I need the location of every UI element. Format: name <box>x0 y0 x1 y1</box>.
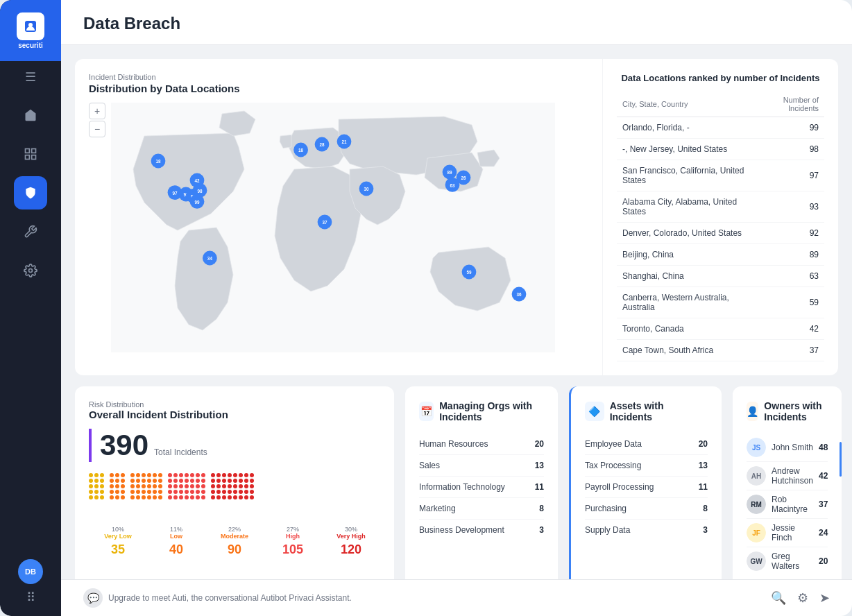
grid-dots-icon[interactable]: ⠿ <box>26 590 35 605</box>
owners-card-header: 👤 Owners with Incidents <box>747 400 828 422</box>
sidebar-item-home[interactable] <box>14 99 47 132</box>
list-item: Information Technology11 <box>419 477 544 498</box>
dot <box>173 484 178 488</box>
orgs-list: Human Resources20Sales13Information Tech… <box>419 434 544 540</box>
dot <box>233 495 237 499</box>
count-cell: 59 <box>753 287 824 318</box>
dot <box>173 473 178 477</box>
data-locations-section: Data Locations ranked by number of Incid… <box>602 59 838 375</box>
dot <box>110 473 114 477</box>
world-map-svg: 18 42 97 92 93 <box>89 103 577 352</box>
user-avatar[interactable]: DB <box>18 559 43 584</box>
risk-pct: 22% <box>205 526 264 533</box>
page-title: Data Breach <box>83 14 830 33</box>
total-label: Total Incidents <box>154 447 207 457</box>
scroll-indicator <box>840 442 842 477</box>
dot <box>216 495 221 499</box>
svg-rect-2 <box>26 149 30 153</box>
dot <box>136 495 140 499</box>
dot <box>110 495 114 499</box>
dot <box>100 484 104 488</box>
count-cell: 97 <box>753 160 824 191</box>
map-container: + − <box>89 103 577 352</box>
dot <box>121 495 125 499</box>
svg-text:59: 59 <box>466 270 472 275</box>
risk-name: Low <box>147 533 205 540</box>
dot <box>239 473 243 477</box>
table-row: Canberra, Western Australia, Australia59 <box>617 287 824 318</box>
sidebar-item-breach[interactable] <box>14 176 47 209</box>
share-button[interactable]: ➤ <box>819 590 830 606</box>
filter-button[interactable]: ⚙ <box>797 590 808 606</box>
dot <box>196 479 200 483</box>
table-title: Data Locations ranked by number of Incid… <box>617 73 824 83</box>
sidebar-item-settings[interactable] <box>14 254 47 287</box>
dot <box>89 495 93 499</box>
table-row: San Francisco, California, United States… <box>617 160 824 191</box>
dot <box>158 495 162 499</box>
svg-text:21: 21 <box>341 139 347 144</box>
menu-toggle[interactable]: ☰ <box>25 61 36 93</box>
dot <box>121 484 125 488</box>
sidebar-nav <box>14 93 47 548</box>
bottom-bar: 💬 Upgrade to meet Auti, the conversation… <box>61 579 852 616</box>
owner-row: JS John Smith 48 <box>747 434 828 462</box>
list-item: Payroll Processing11 <box>585 477 708 498</box>
org-count: 11 <box>535 482 544 492</box>
svg-text:34: 34 <box>207 256 213 261</box>
zoom-out-button[interactable]: − <box>89 121 105 137</box>
dot <box>190 473 194 477</box>
search-button[interactable]: 🔍 <box>771 590 786 606</box>
owners-card-title: Owners with Incidents <box>764 400 828 422</box>
dot <box>153 490 157 494</box>
dot <box>211 484 215 488</box>
count-cell: 99 <box>753 117 824 139</box>
owner-count: 42 <box>819 471 828 481</box>
sidebar-item-tools[interactable] <box>14 215 47 248</box>
dot <box>136 490 140 494</box>
owner-row: AH Andrew Hutchinson 42 <box>747 462 828 490</box>
list-item: Sales13 <box>419 455 544 477</box>
logo[interactable]: securiti <box>0 0 61 61</box>
risk-pct: 27% <box>264 526 322 533</box>
svg-text:37: 37 <box>322 220 327 225</box>
dot <box>239 490 243 494</box>
dot <box>196 490 200 494</box>
owner-name: Greg Walters <box>772 551 813 571</box>
dot <box>153 484 157 488</box>
sidebar-item-dashboard[interactable] <box>14 137 47 171</box>
dot <box>121 490 125 494</box>
location-cell: -, New Jersey, United States <box>617 139 753 160</box>
zoom-in-button[interactable]: + <box>89 103 105 119</box>
dot <box>179 473 183 477</box>
asset-count: 3 <box>703 525 708 535</box>
dot <box>158 473 162 477</box>
org-name: Sales <box>419 461 440 470</box>
chat-bubble: 💬 Upgrade to meet Auti, the conversation… <box>83 588 352 608</box>
dot <box>190 479 194 483</box>
dot <box>89 479 93 483</box>
dot <box>185 473 189 477</box>
org-name: Information Technology <box>419 482 505 492</box>
dot <box>250 473 254 477</box>
risk-bar-item: 10% Very Low 35 <box>89 526 147 557</box>
dot <box>147 479 151 483</box>
dot <box>136 473 140 477</box>
dot <box>179 490 183 494</box>
assets-card: 🔷 Assets with Incidents Employee Data20T… <box>569 386 722 579</box>
page-header: Data Breach <box>61 0 852 45</box>
dot <box>115 473 119 477</box>
owner-count: 48 <box>819 443 828 452</box>
dot <box>250 490 254 494</box>
chat-icon: 💬 <box>83 588 103 608</box>
dot <box>239 495 243 499</box>
count-cell: 89 <box>753 244 824 266</box>
hamburger-icon[interactable]: ☰ <box>25 69 36 85</box>
dot <box>228 495 232 499</box>
dot <box>110 479 114 483</box>
dot <box>100 479 104 483</box>
owner-avatar: AH <box>747 466 766 486</box>
dot-column <box>89 473 104 515</box>
locations-table: City, State, Country Number of Incidents… <box>617 92 824 361</box>
location-cell: San Francisco, California, United States <box>617 160 753 191</box>
